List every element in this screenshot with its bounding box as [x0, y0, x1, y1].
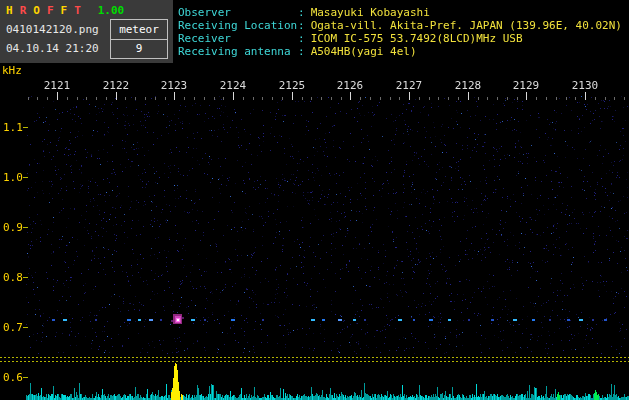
freq-tick-label: 0.9 — [3, 221, 23, 234]
app-title-letter: R — [20, 4, 27, 17]
station-info: Observer:Masayuki Kobayashi Receiving Lo… — [178, 6, 622, 58]
app-title-letter: H — [6, 4, 13, 17]
info-colon: : — [298, 19, 305, 32]
info-colon: : — [298, 6, 305, 19]
meteor-counter-value: 9 — [111, 40, 167, 58]
time-tick-label: 2123 — [158, 79, 190, 92]
info-value: ICOM IC-575 53.7492(8LCD)MHz USB — [305, 32, 523, 45]
time-tick-label: 2124 — [217, 79, 249, 92]
info-row-receiver: Receiver:ICOM IC-575 53.7492(8LCD)MHz US… — [178, 32, 622, 45]
info-label: Observer — [178, 6, 298, 19]
header-left-panel: HROFFT1.00 0410142120.png 04.10.14 21:20… — [0, 0, 173, 63]
freq-tick-label: 1.0 — [3, 171, 23, 184]
app-title-letter: O — [33, 4, 40, 17]
hrofft-window: HROFFT1.00 0410142120.png 04.10.14 21:20… — [0, 0, 629, 400]
freq-tick-label: 0.6 — [3, 371, 23, 384]
info-value: Ogata-vill. Akita-Pref. JAPAN (139.96E, … — [305, 19, 622, 32]
record-datetime: 04.10.14 21:20 — [6, 42, 99, 55]
app-title: HROFFT1.00 — [6, 4, 124, 17]
info-row-antenna: Receiving antenna:A504HB(yagi 4el) — [178, 45, 622, 58]
info-value: Masayuki Kobayashi — [305, 6, 430, 19]
app-title-letter: F — [61, 4, 68, 17]
time-tick-label: 2129 — [510, 79, 542, 92]
info-colon: : — [298, 32, 305, 45]
info-label: Receiving Location — [178, 19, 298, 32]
freq-tick-label: 0.7 — [3, 321, 23, 334]
output-filename: 0410142120.png — [6, 23, 99, 36]
time-tick-label: 2122 — [100, 79, 132, 92]
info-row-location: Receiving Location:Ogata-vill. Akita-Pre… — [178, 19, 622, 32]
meteor-counter-box: meteor 9 — [110, 19, 168, 59]
freq-unit-label: kHz — [2, 64, 22, 77]
time-tick-label: 2130 — [569, 79, 601, 92]
info-label: Receiver — [178, 32, 298, 45]
time-tick-label: 2127 — [393, 79, 425, 92]
time-tick-label: 2121 — [41, 79, 73, 92]
info-value: A504HB(yagi 4el) — [305, 45, 417, 58]
app-title-letter: T — [74, 4, 81, 17]
info-colon: : — [298, 45, 305, 58]
freq-tick-label: 0.8 — [3, 271, 23, 284]
app-title-letter: F — [47, 4, 54, 17]
info-row-observer: Observer:Masayuki Kobayashi — [178, 6, 622, 19]
freq-tick-label: 1.1 — [3, 121, 23, 134]
meteor-counter-label: meteor — [111, 20, 167, 40]
time-tick-label: 2126 — [334, 79, 366, 92]
app-version: 1.00 — [98, 4, 125, 17]
info-label: Receiving antenna — [178, 45, 298, 58]
time-tick-label: 2128 — [452, 79, 484, 92]
time-tick-label: 2125 — [276, 79, 308, 92]
